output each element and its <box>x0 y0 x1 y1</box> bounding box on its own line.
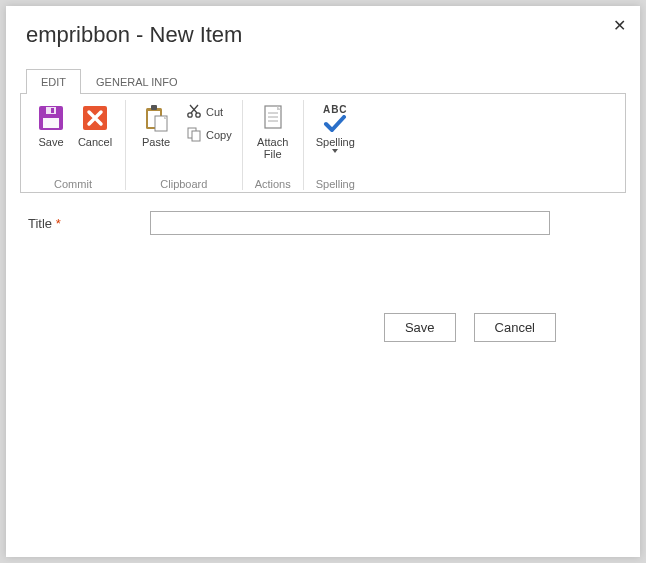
copy-icon <box>186 126 202 144</box>
ribbon-group-actions: Attach File Actions <box>243 100 304 190</box>
ribbon-paste-label: Paste <box>142 136 170 148</box>
ribbon-tabs: EDIT GENERAL INFO <box>26 66 626 94</box>
title-label-text: Title <box>28 216 52 231</box>
paste-icon <box>140 102 172 134</box>
new-item-dialog: ✕ empribbon - New Item EDIT GENERAL INFO <box>6 6 640 557</box>
attach-file-icon <box>257 102 289 134</box>
svg-rect-12 <box>192 131 200 141</box>
ribbon-paste-button[interactable]: Paste <box>134 100 178 150</box>
svg-point-9 <box>188 113 192 117</box>
ribbon-group-spelling-label: Spelling <box>316 175 355 190</box>
save-icon <box>35 102 67 134</box>
close-icon: ✕ <box>613 17 626 34</box>
save-button[interactable]: Save <box>384 313 456 342</box>
ribbon-save-button[interactable]: Save <box>29 100 73 150</box>
ribbon-group-spelling: ABC Spelling Spelling <box>304 100 367 190</box>
ribbon: Save Cancel Commit <box>20 93 626 193</box>
ribbon-group-clipboard: Paste Cut <box>126 100 243 190</box>
svg-point-10 <box>196 113 200 117</box>
cut-icon <box>186 103 202 121</box>
required-marker: * <box>56 216 61 231</box>
svg-rect-7 <box>151 105 157 110</box>
title-label: Title * <box>28 216 138 231</box>
form-row-title: Title * <box>28 211 618 235</box>
ribbon-spelling-button[interactable]: ABC Spelling <box>312 100 359 155</box>
svg-rect-1 <box>43 118 59 128</box>
ribbon-spelling-label: Spelling <box>316 136 355 148</box>
tab-general-info[interactable]: GENERAL INFO <box>81 69 193 94</box>
ribbon-cancel-label: Cancel <box>78 136 112 148</box>
ribbon-group-commit-label: Commit <box>54 175 92 190</box>
close-button[interactable]: ✕ <box>613 16 626 35</box>
cancel-icon <box>79 102 111 134</box>
title-input[interactable] <box>150 211 550 235</box>
cancel-button[interactable]: Cancel <box>474 313 556 342</box>
form-area: Title * <box>20 193 626 253</box>
ribbon-attach-file-label: Attach File <box>257 136 288 160</box>
ribbon-copy-label: Copy <box>206 129 232 141</box>
dialog-button-row: Save Cancel <box>20 313 626 342</box>
dialog-title: empribbon - New Item <box>26 22 626 48</box>
ribbon-cut-label: Cut <box>206 106 223 118</box>
ribbon-cancel-button[interactable]: Cancel <box>73 100 117 150</box>
ribbon-group-commit: Save Cancel Commit <box>21 100 126 190</box>
ribbon-attach-file-button[interactable]: Attach File <box>251 100 295 162</box>
ribbon-copy-button[interactable]: Copy <box>184 125 234 145</box>
tab-edit[interactable]: EDIT <box>26 69 81 94</box>
ribbon-cut-button[interactable]: Cut <box>184 102 234 122</box>
svg-rect-3 <box>51 108 54 113</box>
ribbon-group-clipboard-label: Clipboard <box>160 175 207 190</box>
spelling-icon: ABC <box>319 102 351 134</box>
chevron-down-icon <box>332 149 338 153</box>
ribbon-save-label: Save <box>38 136 63 148</box>
ribbon-group-actions-label: Actions <box>255 175 291 190</box>
spelling-abc-text: ABC <box>323 104 348 115</box>
